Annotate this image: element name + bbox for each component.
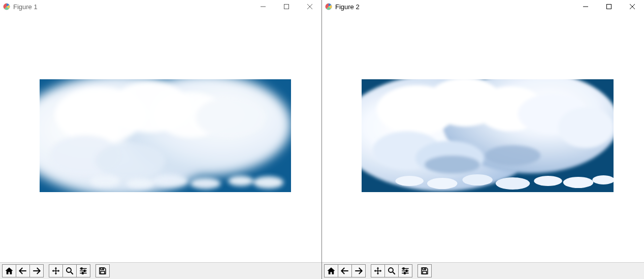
window-controls — [574, 0, 644, 13]
svg-point-11 — [196, 97, 266, 138]
zoom-button[interactable] — [62, 264, 77, 277]
pan-button[interactable] — [49, 264, 63, 277]
svg-rect-29 — [101, 271, 105, 274]
svg-point-18 — [228, 176, 253, 186]
minimize-button[interactable] — [574, 0, 597, 13]
back-button[interactable] — [338, 264, 352, 277]
pan-button[interactable] — [371, 264, 385, 277]
svg-point-52 — [534, 176, 562, 186]
svg-point-47 — [485, 145, 540, 166]
titlebar[interactable]: Figure 2 — [322, 0, 644, 13]
window-controls — [251, 0, 321, 13]
back-button[interactable] — [16, 264, 30, 277]
svg-line-21 — [71, 272, 73, 274]
svg-point-19 — [253, 176, 283, 189]
svg-point-43 — [558, 107, 614, 148]
svg-point-13 — [95, 143, 166, 178]
svg-rect-33 — [607, 5, 611, 9]
close-button[interactable] — [298, 0, 321, 13]
svg-point-51 — [496, 177, 530, 190]
figure-window-2: Figure 2 — [322, 0, 644, 279]
svg-point-48 — [395, 176, 424, 186]
maximize-button[interactable] — [597, 0, 621, 13]
nav-toolbar — [322, 262, 644, 279]
forward-button[interactable] — [351, 264, 366, 277]
minimize-button[interactable] — [251, 0, 275, 13]
svg-rect-26 — [84, 270, 85, 272]
window-title: Figure 1 — [13, 3, 38, 11]
svg-line-56 — [393, 272, 395, 274]
home-button[interactable] — [324, 264, 338, 277]
figure-window-1: Figure 1 — [0, 0, 322, 279]
canvas-area[interactable] — [322, 13, 644, 262]
svg-rect-2 — [284, 5, 289, 9]
zoom-button[interactable] — [384, 264, 399, 277]
svg-rect-25 — [81, 268, 82, 269]
image-plot — [362, 79, 614, 192]
configure-button[interactable] — [76, 264, 90, 277]
svg-rect-62 — [404, 272, 405, 274]
maximize-button[interactable] — [275, 0, 298, 13]
svg-rect-61 — [406, 270, 407, 272]
svg-point-55 — [389, 268, 393, 272]
svg-point-17 — [190, 178, 220, 189]
save-button[interactable] — [417, 264, 432, 277]
matplotlib-icon — [325, 3, 332, 10]
save-button[interactable] — [95, 264, 110, 277]
svg-point-46 — [425, 156, 480, 174]
svg-point-16 — [153, 175, 188, 187]
forward-button[interactable] — [29, 264, 44, 277]
window-title: Figure 2 — [335, 3, 360, 11]
nav-toolbar — [0, 262, 321, 279]
svg-rect-27 — [82, 272, 83, 274]
svg-point-53 — [563, 177, 594, 188]
svg-rect-60 — [403, 268, 404, 269]
canvas-area[interactable] — [0, 13, 321, 262]
svg-rect-64 — [423, 271, 427, 274]
svg-point-15 — [126, 178, 154, 189]
image-plot — [40, 79, 291, 192]
svg-point-50 — [462, 174, 493, 185]
svg-point-54 — [592, 175, 614, 184]
close-button[interactable] — [621, 0, 644, 13]
svg-point-20 — [67, 268, 71, 272]
titlebar[interactable]: Figure 1 — [0, 0, 321, 13]
svg-point-14 — [90, 175, 120, 187]
home-button[interactable] — [2, 264, 16, 277]
configure-button[interactable] — [398, 264, 412, 277]
matplotlib-icon — [3, 3, 10, 10]
svg-point-49 — [427, 178, 458, 189]
